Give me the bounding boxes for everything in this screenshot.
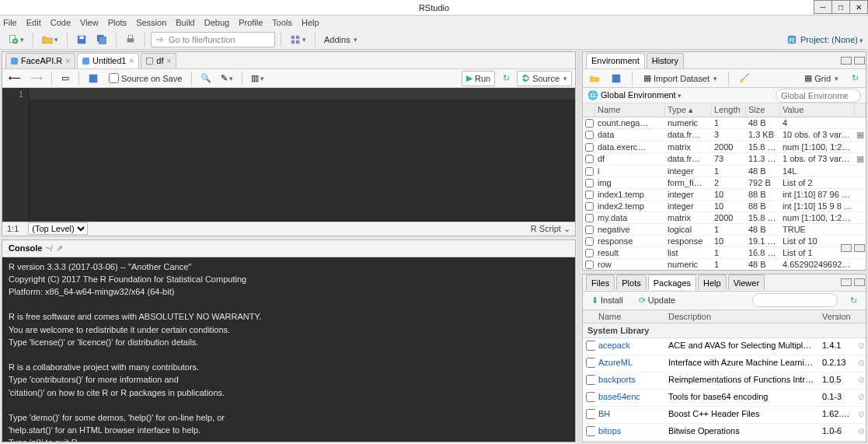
save-all-button[interactable] [93, 32, 110, 47]
menu-plots[interactable]: Plots [108, 18, 127, 27]
menu-tools[interactable]: Tools [272, 18, 292, 27]
env-row[interactable]: my.data matrix 2000 15.8 … num [1:100, 1… [583, 212, 866, 224]
scope-selector[interactable]: (Top Level) [28, 222, 88, 235]
maximize-pane-icon[interactable] [854, 278, 865, 286]
search-environment-input[interactable] [776, 89, 861, 103]
env-row[interactable]: index2.temp integer 10 88 B int [1:10] 1… [583, 201, 866, 212]
env-row[interactable]: response response 10 19.1 … List of 10 [583, 236, 866, 247]
menu-edit[interactable]: Edit [26, 18, 41, 27]
env-row[interactable]: i integer 1 48 B 14L [583, 166, 866, 177]
inspect-icon[interactable]: ▦ [855, 129, 866, 141]
env-row[interactable]: data.exerc… matrix 2000 15.8 … num [1:10… [583, 142, 866, 153]
refresh-button[interactable]: ↻ [847, 71, 863, 86]
view-mode-selector[interactable]: ▦Grid [800, 71, 842, 86]
close-icon[interactable]: × [65, 57, 70, 65]
show-in-new-window-button[interactable]: ▭ [58, 71, 73, 86]
tab-help[interactable]: Help [698, 274, 727, 290]
code-editor[interactable]: 1 [2, 88, 575, 222]
package-name[interactable]: AzureML [595, 355, 665, 372]
inspect-icon[interactable]: ▦ [855, 153, 866, 165]
col-length[interactable]: Length [712, 103, 746, 117]
source-button[interactable]: ⮊Source [517, 71, 572, 86]
new-file-button[interactable] [5, 32, 27, 47]
menu-view[interactable]: View [80, 18, 99, 27]
env-row[interactable]: count.nega… numeric 1 48 B 4 [583, 117, 866, 129]
menu-code[interactable]: Code [51, 18, 71, 27]
tab-environment[interactable]: Environment [586, 53, 645, 68]
save-button[interactable] [73, 32, 90, 47]
install-button[interactable]: ⬇Install [587, 292, 627, 308]
tab-files[interactable]: Files [586, 274, 615, 290]
package-checkbox[interactable] [586, 392, 595, 402]
row-checkbox[interactable] [585, 155, 594, 163]
remove-package-icon[interactable]: ⊘ [855, 390, 866, 406]
save-source-button[interactable] [85, 71, 102, 86]
tab-viewer[interactable]: Viewer [728, 274, 765, 290]
run-button[interactable]: ▶Run [462, 71, 495, 86]
remove-package-icon[interactable]: ⊘ [855, 424, 866, 440]
rerun-button[interactable]: ↻ [498, 71, 514, 86]
forward-button[interactable]: ⟶ [27, 71, 46, 86]
remove-package-icon[interactable]: ⊘ [855, 355, 866, 372]
close-icon[interactable]: × [129, 57, 134, 65]
row-checkbox[interactable] [585, 167, 594, 176]
row-checkbox[interactable] [585, 260, 594, 269]
menu-debug[interactable]: Debug [204, 18, 229, 27]
row-checkbox[interactable] [585, 214, 594, 222]
clear-workspace-button[interactable]: 🧹 [736, 71, 753, 86]
package-checkbox[interactable] [586, 375, 595, 385]
package-checkbox[interactable] [586, 409, 595, 419]
tab-untitled1[interactable]: Untitled1× [77, 53, 139, 68]
row-checkbox[interactable] [585, 119, 594, 128]
env-row[interactable]: df data.fr… 73 11.3 … 1 obs. of 73 var… … [583, 153, 866, 166]
package-name[interactable]: BH [595, 407, 665, 423]
console-wd-popout-icon[interactable]: ⇗ [56, 243, 63, 253]
open-file-button[interactable] [39, 32, 61, 47]
environment-scope-selector[interactable]: 🌐 Global Environment [587, 90, 682, 100]
tab-plots[interactable]: Plots [616, 274, 646, 290]
row-checkbox[interactable] [585, 249, 594, 257]
col-type[interactable]: Type ▴ [665, 103, 712, 117]
console-output[interactable]: R version 3.3.3 (2017-03-06) -- "Another… [2, 257, 575, 442]
find-button[interactable]: 🔍 [197, 71, 214, 86]
window-close-button[interactable]: ✕ [849, 0, 868, 14]
col-value[interactable]: Value [780, 103, 855, 117]
row-checkbox[interactable] [585, 179, 594, 187]
back-button[interactable]: ⟵ [5, 71, 24, 86]
tab-faceapi[interactable]: FaceAPI.R× [5, 53, 75, 68]
minimize-pane-icon[interactable] [841, 57, 852, 65]
report-button[interactable]: ▥ [248, 71, 267, 86]
remove-package-icon[interactable]: ⊘ [855, 407, 866, 423]
package-checkbox[interactable] [586, 341, 595, 351]
window-maximize-button[interactable]: □ [831, 0, 850, 14]
row-checkbox[interactable] [585, 143, 594, 152]
addins-menu[interactable]: Addins [321, 32, 361, 47]
minimize-pane-icon[interactable] [841, 244, 852, 252]
menu-build[interactable]: Build [176, 18, 194, 27]
remove-package-icon[interactable]: ⊘ [855, 372, 866, 389]
menu-file[interactable]: File [3, 18, 17, 27]
env-row[interactable]: negative logical 1 48 B TRUE [583, 224, 866, 236]
wand-button[interactable]: ✎ [218, 71, 236, 86]
menu-help[interactable]: Help [302, 18, 319, 27]
menu-profile[interactable]: Profile [239, 18, 263, 27]
col-name[interactable]: Name [595, 103, 665, 117]
env-row[interactable]: img form_fi… 2 792 B List of 2 [583, 177, 866, 189]
refresh-packages-button[interactable]: ↻ [845, 292, 861, 308]
env-row[interactable]: index1.temp integer 10 88 B int [1:10] 8… [583, 189, 866, 201]
window-minimize-button[interactable]: ─ [814, 0, 832, 14]
row-checkbox[interactable] [585, 237, 594, 246]
save-workspace-button[interactable] [608, 71, 625, 86]
tab-df[interactable]: df× [141, 53, 176, 68]
package-name[interactable]: acepack [595, 338, 665, 355]
package-name[interactable]: base64enc [595, 390, 665, 406]
import-dataset-button[interactable]: ▦Import Dataset [640, 71, 721, 86]
maximize-pane-icon[interactable] [854, 57, 865, 65]
package-name[interactable]: bitops [595, 424, 665, 440]
print-button[interactable] [122, 32, 139, 47]
source-on-save-checkbox[interactable]: Source on Save [105, 71, 186, 86]
close-icon[interactable]: × [166, 57, 171, 65]
project-menu[interactable]: Project: (None) [800, 35, 863, 44]
remove-package-icon[interactable]: ⊘ [855, 338, 866, 355]
update-button[interactable]: ⟳Update [635, 292, 679, 308]
